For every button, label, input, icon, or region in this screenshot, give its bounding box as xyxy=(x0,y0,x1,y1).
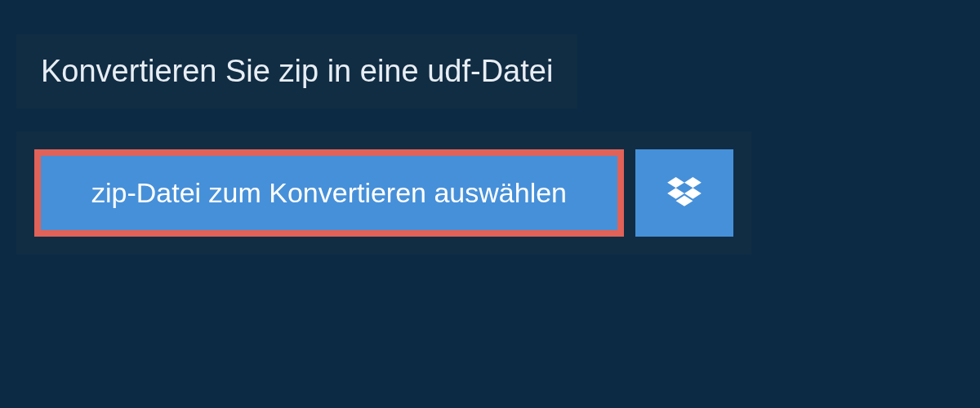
page-title: Konvertieren Sie zip in eine udf-Datei xyxy=(41,54,553,89)
dropbox-icon xyxy=(667,177,702,210)
select-file-button[interactable]: zip-Datei zum Konvertieren auswählen xyxy=(34,149,624,237)
upload-panel: zip-Datei zum Konvertieren auswählen xyxy=(16,131,751,255)
header-box: Konvertieren Sie zip in eine udf-Datei xyxy=(16,34,577,109)
dropbox-button[interactable] xyxy=(635,149,733,237)
